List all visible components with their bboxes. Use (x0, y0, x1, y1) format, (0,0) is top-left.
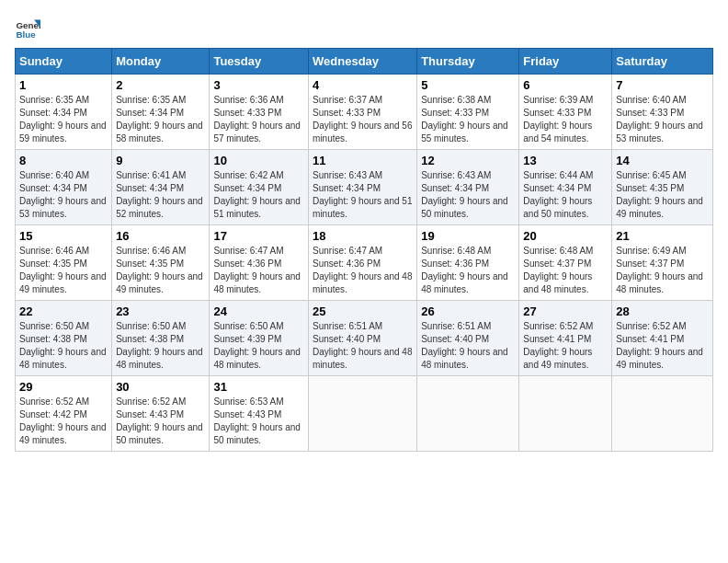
day-info: Sunrise: 6:43 AM Sunset: 4:34 PM Dayligh… (313, 169, 413, 221)
calendar-day-cell: 21 Sunrise: 6:49 AM Sunset: 4:37 PM Dayl… (612, 225, 713, 301)
day-number: 22 (19, 304, 108, 318)
day-info: Sunrise: 6:51 AM Sunset: 4:40 PM Dayligh… (313, 320, 413, 372)
day-number: 24 (213, 304, 304, 318)
day-number: 14 (616, 154, 709, 167)
day-info: Sunrise: 6:36 AM Sunset: 4:33 PM Dayligh… (213, 94, 304, 145)
day-number: 2 (116, 78, 205, 92)
calendar-day-cell: 8 Sunrise: 6:40 AM Sunset: 4:34 PM Dayli… (16, 150, 112, 225)
calendar-week-row: 29 Sunrise: 6:52 AM Sunset: 4:42 PM Dayl… (16, 376, 713, 452)
calendar-day-cell: 29 Sunrise: 6:52 AM Sunset: 4:42 PM Dayl… (16, 376, 112, 452)
calendar-header-cell: Friday (519, 49, 612, 75)
day-info: Sunrise: 6:50 AM Sunset: 4:38 PM Dayligh… (116, 320, 205, 372)
day-number: 11 (313, 154, 413, 167)
day-info: Sunrise: 6:47 AM Sunset: 4:36 PM Dayligh… (213, 245, 304, 296)
calendar-day-cell: 24 Sunrise: 6:50 AM Sunset: 4:39 PM Dayl… (210, 301, 309, 376)
calendar-week-row: 1 Sunrise: 6:35 AM Sunset: 4:34 PM Dayli… (16, 75, 713, 150)
day-number: 25 (313, 304, 413, 318)
day-number: 9 (116, 154, 205, 167)
day-info: Sunrise: 6:50 AM Sunset: 4:39 PM Dayligh… (213, 320, 304, 372)
day-info: Sunrise: 6:48 AM Sunset: 4:36 PM Dayligh… (421, 245, 515, 296)
day-info: Sunrise: 6:53 AM Sunset: 4:43 PM Dayligh… (213, 396, 304, 447)
calendar-header-cell: Tuesday (210, 49, 309, 75)
calendar-day-cell: 10 Sunrise: 6:42 AM Sunset: 4:34 PM Dayl… (210, 150, 309, 225)
day-info: Sunrise: 6:52 AM Sunset: 4:41 PM Dayligh… (616, 320, 709, 372)
calendar-day-cell (519, 376, 612, 452)
logo: General Blue (15, 15, 44, 40)
calendar-day-cell: 25 Sunrise: 6:51 AM Sunset: 4:40 PM Dayl… (309, 301, 417, 376)
day-number: 27 (523, 304, 608, 318)
day-number: 7 (616, 78, 709, 92)
day-number: 8 (19, 154, 108, 167)
calendar-day-cell: 5 Sunrise: 6:38 AM Sunset: 4:33 PM Dayli… (417, 75, 519, 150)
day-info: Sunrise: 6:40 AM Sunset: 4:33 PM Dayligh… (616, 94, 709, 145)
day-number: 5 (421, 78, 515, 92)
day-info: Sunrise: 6:47 AM Sunset: 4:36 PM Dayligh… (313, 245, 413, 296)
calendar-day-cell: 28 Sunrise: 6:52 AM Sunset: 4:41 PM Dayl… (612, 301, 713, 376)
logo-icon: General Blue (15, 15, 40, 40)
day-info: Sunrise: 6:35 AM Sunset: 4:34 PM Dayligh… (19, 94, 108, 145)
calendar-day-cell: 7 Sunrise: 6:40 AM Sunset: 4:33 PM Dayli… (612, 75, 713, 150)
day-info: Sunrise: 6:48 AM Sunset: 4:37 PM Dayligh… (523, 245, 608, 296)
calendar-body: 1 Sunrise: 6:35 AM Sunset: 4:34 PM Dayli… (16, 75, 713, 452)
day-info: Sunrise: 6:52 AM Sunset: 4:42 PM Dayligh… (19, 396, 108, 447)
calendar-week-row: 15 Sunrise: 6:46 AM Sunset: 4:35 PM Dayl… (16, 225, 713, 301)
calendar-day-cell: 13 Sunrise: 6:44 AM Sunset: 4:34 PM Dayl… (519, 150, 612, 225)
day-info: Sunrise: 6:46 AM Sunset: 4:35 PM Dayligh… (19, 245, 108, 296)
calendar-header-cell: Sunday (16, 49, 112, 75)
day-number: 31 (213, 380, 304, 394)
day-info: Sunrise: 6:39 AM Sunset: 4:33 PM Dayligh… (523, 94, 608, 145)
calendar-week-row: 8 Sunrise: 6:40 AM Sunset: 4:34 PM Dayli… (16, 150, 713, 225)
day-number: 10 (213, 154, 304, 167)
calendar-day-cell (417, 376, 519, 452)
calendar-day-cell: 14 Sunrise: 6:45 AM Sunset: 4:35 PM Dayl… (612, 150, 713, 225)
day-number: 30 (116, 380, 205, 394)
day-info: Sunrise: 6:41 AM Sunset: 4:34 PM Dayligh… (116, 169, 205, 221)
calendar-day-cell: 27 Sunrise: 6:52 AM Sunset: 4:41 PM Dayl… (519, 301, 612, 376)
day-info: Sunrise: 6:38 AM Sunset: 4:33 PM Dayligh… (421, 94, 515, 145)
calendar-day-cell: 1 Sunrise: 6:35 AM Sunset: 4:34 PM Dayli… (16, 75, 112, 150)
day-info: Sunrise: 6:49 AM Sunset: 4:37 PM Dayligh… (616, 245, 709, 296)
calendar-header-cell: Monday (112, 49, 210, 75)
calendar-day-cell: 19 Sunrise: 6:48 AM Sunset: 4:36 PM Dayl… (417, 225, 519, 301)
day-info: Sunrise: 6:52 AM Sunset: 4:41 PM Dayligh… (523, 320, 608, 372)
calendar-day-cell: 23 Sunrise: 6:50 AM Sunset: 4:38 PM Dayl… (112, 301, 210, 376)
calendar-day-cell: 31 Sunrise: 6:53 AM Sunset: 4:43 PM Dayl… (210, 376, 309, 452)
calendar-day-cell: 3 Sunrise: 6:36 AM Sunset: 4:33 PM Dayli… (210, 75, 309, 150)
day-number: 19 (421, 229, 515, 243)
day-info: Sunrise: 6:37 AM Sunset: 4:33 PM Dayligh… (313, 94, 413, 145)
calendar-day-cell: 26 Sunrise: 6:51 AM Sunset: 4:40 PM Dayl… (417, 301, 519, 376)
calendar-day-cell: 16 Sunrise: 6:46 AM Sunset: 4:35 PM Dayl… (112, 225, 210, 301)
day-info: Sunrise: 6:50 AM Sunset: 4:38 PM Dayligh… (19, 320, 108, 372)
svg-text:Blue: Blue (16, 29, 36, 40)
calendar-day-cell: 6 Sunrise: 6:39 AM Sunset: 4:33 PM Dayli… (519, 75, 612, 150)
day-number: 15 (19, 229, 108, 243)
page-header: General Blue (15, 15, 713, 40)
day-info: Sunrise: 6:35 AM Sunset: 4:34 PM Dayligh… (116, 94, 205, 145)
calendar-day-cell: 30 Sunrise: 6:52 AM Sunset: 4:43 PM Dayl… (112, 376, 210, 452)
calendar-day-cell: 15 Sunrise: 6:46 AM Sunset: 4:35 PM Dayl… (16, 225, 112, 301)
calendar-day-cell: 12 Sunrise: 6:43 AM Sunset: 4:34 PM Dayl… (417, 150, 519, 225)
calendar-header-cell: Saturday (612, 49, 713, 75)
calendar-day-cell: 4 Sunrise: 6:37 AM Sunset: 4:33 PM Dayli… (309, 75, 417, 150)
day-info: Sunrise: 6:45 AM Sunset: 4:35 PM Dayligh… (616, 169, 709, 221)
day-number: 26 (421, 304, 515, 318)
calendar-day-cell: 18 Sunrise: 6:47 AM Sunset: 4:36 PM Dayl… (309, 225, 417, 301)
day-number: 16 (116, 229, 205, 243)
day-number: 4 (313, 78, 413, 92)
day-number: 3 (213, 78, 304, 92)
day-number: 18 (313, 229, 413, 243)
day-info: Sunrise: 6:44 AM Sunset: 4:34 PM Dayligh… (523, 169, 608, 221)
calendar-day-cell: 20 Sunrise: 6:48 AM Sunset: 4:37 PM Dayl… (519, 225, 612, 301)
day-number: 29 (19, 380, 108, 394)
calendar-header-cell: Thursday (417, 49, 519, 75)
calendar-day-cell: 9 Sunrise: 6:41 AM Sunset: 4:34 PM Dayli… (112, 150, 210, 225)
day-number: 6 (523, 78, 608, 92)
day-info: Sunrise: 6:42 AM Sunset: 4:34 PM Dayligh… (213, 169, 304, 221)
day-number: 28 (616, 304, 709, 318)
calendar-day-cell (612, 376, 713, 452)
calendar-day-cell: 11 Sunrise: 6:43 AM Sunset: 4:34 PM Dayl… (309, 150, 417, 225)
day-number: 13 (523, 154, 608, 167)
calendar-day-cell (309, 376, 417, 452)
day-info: Sunrise: 6:40 AM Sunset: 4:34 PM Dayligh… (19, 169, 108, 221)
calendar-header-cell: Wednesday (309, 49, 417, 75)
